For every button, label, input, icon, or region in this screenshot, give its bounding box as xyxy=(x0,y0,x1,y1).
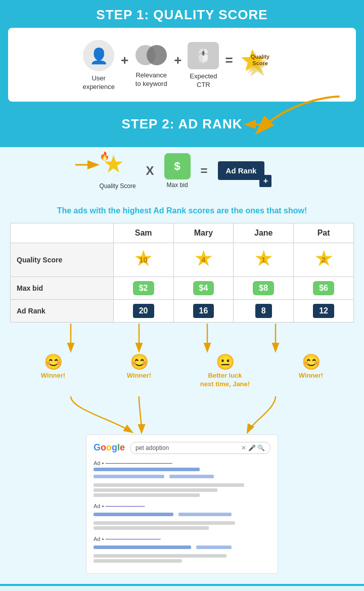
pat-emoji-item: 😊 Winner! xyxy=(268,353,354,379)
ad-result-1: Ad • ───────────────── xyxy=(94,460,270,497)
adrank-row-label: Ad Rank xyxy=(11,299,114,322)
mary-emoji-item: 😊 Winner! xyxy=(96,353,182,379)
jane-emoji-icon: 😐 xyxy=(216,353,235,371)
adrank-pat-cell: 12 xyxy=(294,299,354,322)
user-experience-label: Userexperience xyxy=(82,74,115,92)
jane-rank-value: 8 xyxy=(255,304,272,318)
adrank-sam-cell: 20 xyxy=(113,299,173,322)
dollar-icon: $ xyxy=(164,153,191,179)
ctr-label: ExpectedCTR xyxy=(190,72,217,89)
ad-rank-row: Ad Rank 20 16 8 12 xyxy=(11,299,354,322)
ad-rank-box: Ad Rank xyxy=(218,161,265,180)
adrank-mary-cell: 16 xyxy=(173,299,234,322)
google-header: Google pet adoption ✕ 🎤 🔍 xyxy=(94,442,270,454)
overlap-icon xyxy=(134,43,168,68)
max-bid-row: Max bid $2 $4 $8 $6 xyxy=(11,277,354,299)
col-mary-header: Mary xyxy=(173,223,234,243)
col-pat-header: Pat xyxy=(294,223,354,243)
maxbid-row-label: Max bid xyxy=(11,277,114,299)
step2-content: ★ 🔥 Quality Score X $ Max bid = xyxy=(0,147,364,198)
qs-sam-cell: ★ 10 xyxy=(113,243,173,277)
qs-jane-cell: ★ 1 xyxy=(234,243,294,277)
step2-header-inline: STEP 2: AD RANK xyxy=(122,116,243,132)
between-steps: STEP 2: AD RANK xyxy=(0,102,364,147)
maxbid-pat-cell: $6 xyxy=(294,277,354,299)
jane-emoji-item: 😐 Better lucknext time, Jane! xyxy=(182,353,268,389)
pat-rank-value: 12 xyxy=(313,304,334,318)
search-text: pet adoption xyxy=(135,444,169,451)
max-bid-label: Max bid xyxy=(167,181,188,189)
arrows-to-google xyxy=(0,394,364,434)
relevance-item: Relevanceto keyword xyxy=(134,43,168,88)
mary-bid-value: $4 xyxy=(193,281,214,295)
google-logo: Google xyxy=(94,442,125,453)
person-icon: 👤 xyxy=(83,40,114,71)
step2-qs-item: ★ 🔥 Quality Score xyxy=(100,152,136,190)
jane-emoji-label: Better lucknext time, Jane! xyxy=(200,372,250,389)
col-jane-header: Jane xyxy=(234,223,294,243)
sam-rank-value: 20 xyxy=(133,304,154,318)
ad-rank-result: Ad Rank + xyxy=(218,161,265,180)
qs-pat-cell: ★ 2 xyxy=(294,243,354,277)
ad-result-3: Ad • ────────────── xyxy=(94,536,270,563)
relevance-label: Relevanceto keyword xyxy=(135,71,167,88)
plus-op-2: + xyxy=(174,53,181,68)
max-bid-item: $ Max bid xyxy=(164,153,191,189)
step2-formula: ★ 🔥 Quality Score X $ Max bid = xyxy=(10,152,354,190)
qs-mary-cell: ★ 4 xyxy=(173,243,234,277)
step1-header: STEP 1: QUALITY SCORE xyxy=(0,0,364,28)
google-mockup: Google pet adoption ✕ 🎤 🔍 Ad • ─────────… xyxy=(86,434,278,574)
sam-bid-value: $2 xyxy=(133,281,154,295)
multiply-op: X xyxy=(146,164,154,178)
sam-emoji-item: 😊 Winner! xyxy=(10,353,96,379)
emoji-row: 😊 Winner! 😊 Winner! 😐 Better lucknext ti… xyxy=(0,353,364,394)
col-label-header xyxy=(11,223,114,243)
equals-op: = xyxy=(225,53,233,68)
search-icons: ✕ 🎤 🔍 xyxy=(241,444,265,451)
google-search-bar[interactable]: pet adoption ✕ 🎤 🔍 xyxy=(130,442,270,454)
qs-row-label: Quality Score xyxy=(11,243,114,277)
jane-bid-value: $8 xyxy=(253,281,274,295)
pat-emoji-icon: 😊 xyxy=(302,353,321,371)
google-section: Google pet adoption ✕ 🎤 🔍 Ad • ─────────… xyxy=(0,434,364,584)
highest-text: The ads with the highest Ad Rank scores … xyxy=(57,206,307,215)
adrank-jane-cell: 8 xyxy=(234,299,294,322)
pat-bid-value: $6 xyxy=(313,281,334,295)
equals-op-2: = xyxy=(201,164,208,178)
maxbid-mary-cell: $4 xyxy=(173,277,234,299)
mary-emoji-icon: 😊 xyxy=(130,353,149,371)
arrows-to-emojis xyxy=(0,323,364,353)
col-sam-header: Sam xyxy=(113,223,173,243)
pat-emoji-label: Winner! xyxy=(299,372,323,379)
quality-score-result: ★ ★ ★ ★ QualityScore xyxy=(239,46,282,86)
ad-result-2: Ad • ────────── xyxy=(94,503,270,530)
quality-score-star-label: QualityScore xyxy=(251,54,269,67)
cursor-icon: 🖱️ xyxy=(188,42,219,69)
mary-rank-value: 16 xyxy=(193,304,214,318)
expected-ctr-item: 🖱️ ExpectedCTR xyxy=(188,42,219,89)
table-section: Sam Mary Jane Pat Quality Score ★ 10 xyxy=(0,221,364,323)
step2-qs-label: Quality Score xyxy=(100,183,136,190)
maxbid-jane-cell: $8 xyxy=(234,277,294,299)
maxbid-sam-cell: $2 xyxy=(113,277,173,299)
step2-title: STEP 2: AD RANK xyxy=(122,116,243,132)
quality-score-row: Quality Score ★ 10 ★ 4 xyxy=(11,243,354,277)
step1-content: 👤 Userexperience + Relevanceto keyword +… xyxy=(8,28,356,102)
user-experience-item: 👤 Userexperience xyxy=(82,40,115,92)
comparison-table: Sam Mary Jane Pat Quality Score ★ 10 xyxy=(10,223,354,323)
step1-title: STEP 1: QUALITY SCORE xyxy=(0,7,364,23)
sam-emoji-icon: 😊 xyxy=(44,353,63,371)
highest-adrank-text: The ads with the highest Ad Rank scores … xyxy=(0,198,364,221)
mary-emoji-label: Winner! xyxy=(127,372,151,379)
plus-op-1: + xyxy=(121,53,128,68)
sam-emoji-label: Winner! xyxy=(41,372,65,379)
